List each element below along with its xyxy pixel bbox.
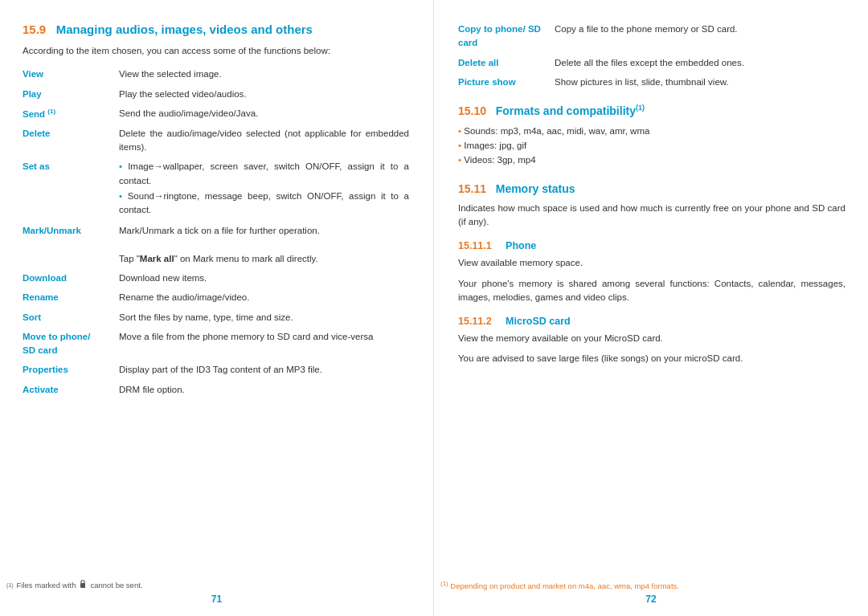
term-movetophone-desc: Move a file from the phone memory to SD … — [119, 330, 409, 344]
term-view-desc: View the selected image. — [119, 67, 409, 81]
term-sort-desc: Sort the files by name, type, time and s… — [119, 311, 409, 324]
subsection-15112-title: 15.11.2 MicroSD card — [458, 316, 845, 327]
term-markunmark: Mark/Unmark Mark/Unmark a tick on a file… — [23, 224, 409, 266]
left-footnote: (1) Files marked with cannot be sent. — [0, 579, 433, 590]
microsd-text1: View the memory available on your MicroS… — [458, 332, 845, 345]
term-play-desc: Play the selected video/audios. — [119, 88, 409, 101]
footnote-end: cannot be sent. — [90, 581, 142, 589]
format-videos: Videos: 3gp, mp4 — [458, 153, 845, 167]
left-footer: (1) Files marked with cannot be sent. 71 — [0, 579, 433, 605]
term-rename-desc: Rename the audio/image/video. — [119, 291, 409, 304]
phone-text2: Your phone's memory is shared among seve… — [458, 277, 845, 305]
term-movetophone-label: Move to phone/SD card — [23, 330, 119, 358]
term-deleteall: Delete all Delete all the files except t… — [458, 56, 845, 70]
term-pictureshow-desc: Show pictures in list, slide, thumbnail … — [555, 75, 845, 89]
term-properties-desc: Display part of the ID3 Tag content of a… — [119, 363, 409, 377]
term-movetophone: Move to phone/SD card Move a file from t… — [23, 330, 409, 358]
section-1511-title: 15.11 Memory status — [458, 182, 845, 195]
subsection-15112-text: MicroSD card — [506, 316, 571, 327]
term-setas-desc: Image→wallpaper, screen saver, switch ON… — [119, 160, 409, 218]
term-deleteall-desc: Delete all the files except the embedded… — [555, 56, 845, 70]
term-deleteall-label: Delete all — [458, 56, 555, 70]
section-1511-text: Memory status — [496, 182, 575, 195]
term-pictureshow-label: Picture show — [458, 75, 555, 89]
left-section-num: 15.9 — [23, 22, 46, 36]
term-activate-desc: DRM file option. — [119, 383, 409, 397]
term-activate: Activate DRM file option. — [23, 383, 409, 397]
term-view: View View the selected image. — [23, 67, 409, 81]
term-setas-label: Set as — [23, 160, 119, 173]
section-1510-text: Formats and compatibility — [496, 104, 636, 117]
footnote-text: Files marked with — [17, 581, 76, 589]
subsection-15111-num: 15.11.1 — [458, 240, 492, 251]
left-section-text: Managing audios, images, videos and othe… — [56, 22, 313, 36]
section-1510-title: 15.10 Formats and compatibility(1) — [458, 104, 845, 117]
section-1510-sup: (1) — [636, 104, 645, 112]
term-view-label: View — [23, 67, 119, 81]
left-page-num: 71 — [211, 594, 222, 605]
term-activate-label: Activate — [23, 383, 119, 397]
term-delete: Delete Delete the audio/image/video sele… — [23, 127, 409, 155]
term-properties-label: Properties — [23, 363, 119, 377]
memory-status-intro: Indicates how much space is used and how… — [458, 202, 845, 230]
right-footnote-text: Depending on product and market on m4a, … — [450, 581, 679, 590]
term-copytophone-label: Copy to phone/ SD card — [458, 22, 555, 51]
term-setas: Set as Image→wallpaper, screen saver, sw… — [23, 160, 409, 218]
right-footnote: (1) Depending on product and market on m… — [434, 580, 868, 590]
term-send-label: Send (1) — [23, 107, 119, 121]
term-send: Send (1) Send the audio/image/video/Java… — [23, 107, 409, 121]
subsection-15111-title: 15.11.1 Phone — [458, 240, 845, 251]
format-sounds: Sounds: mp3, m4a, aac, midi, wav, amr, w… — [458, 124, 845, 138]
term-copytophone: Copy to phone/ SD card Copy a file to th… — [458, 22, 845, 51]
term-properties: Properties Display part of the ID3 Tag c… — [23, 363, 409, 377]
phone-text1: View available memory space. — [458, 256, 845, 270]
format-images: Images: jpg, gif — [458, 138, 845, 153]
term-delete-label: Delete — [23, 127, 119, 141]
term-table: View View the selected image. Play Play … — [23, 67, 409, 397]
section-1511-num: 15.11 — [458, 182, 486, 195]
term-markunmark-label: Mark/Unmark — [23, 224, 119, 238]
right-term-table: Copy to phone/ SD card Copy a file to th… — [458, 22, 845, 89]
term-pictureshow: Picture show Show pictures in list, slid… — [458, 75, 845, 89]
left-intro: According to the item chosen, you can ac… — [23, 44, 409, 58]
term-rename-label: Rename — [23, 291, 119, 304]
term-delete-desc: Delete the audio/image/video selected (n… — [119, 127, 409, 155]
lock-icon — [79, 579, 87, 590]
svg-rect-0 — [80, 583, 85, 588]
term-play-label: Play — [23, 88, 119, 101]
term-play: Play Play the selected video/audios. — [23, 88, 409, 101]
left-page: 15.9 Managing audios, images, videos and… — [0, 0, 434, 616]
term-markunmark-desc: Mark/Unmark a tick on a file for further… — [119, 224, 409, 266]
term-download-desc: Download new items. — [119, 271, 409, 285]
term-download: Download Download new items. — [23, 271, 409, 285]
subsection-15112-num: 15.11.2 — [458, 316, 492, 327]
term-send-desc: Send the audio/image/video/Java. — [119, 107, 409, 120]
left-section-title: 15.9 Managing audios, images, videos and… — [23, 22, 409, 36]
formats-list: Sounds: mp3, m4a, aac, midi, wav, amr, w… — [458, 124, 845, 168]
microsd-text2: You are advised to save large files (lik… — [458, 352, 845, 365]
term-sort-label: Sort — [23, 311, 119, 324]
term-sort: Sort Sort the files by name, type, time … — [23, 311, 409, 324]
term-copytophone-desc: Copy a file to the phone memory or SD ca… — [555, 22, 845, 36]
term-download-label: Download — [23, 271, 119, 285]
term-rename: Rename Rename the audio/image/video. — [23, 291, 409, 304]
right-page: Copy to phone/ SD card Copy a file to th… — [434, 0, 868, 616]
subsection-15111-text: Phone — [506, 240, 536, 251]
right-page-num: 72 — [645, 594, 656, 605]
section-1510-num: 15.10 — [458, 104, 486, 117]
right-footer: (1) Depending on product and market on m… — [434, 580, 868, 605]
